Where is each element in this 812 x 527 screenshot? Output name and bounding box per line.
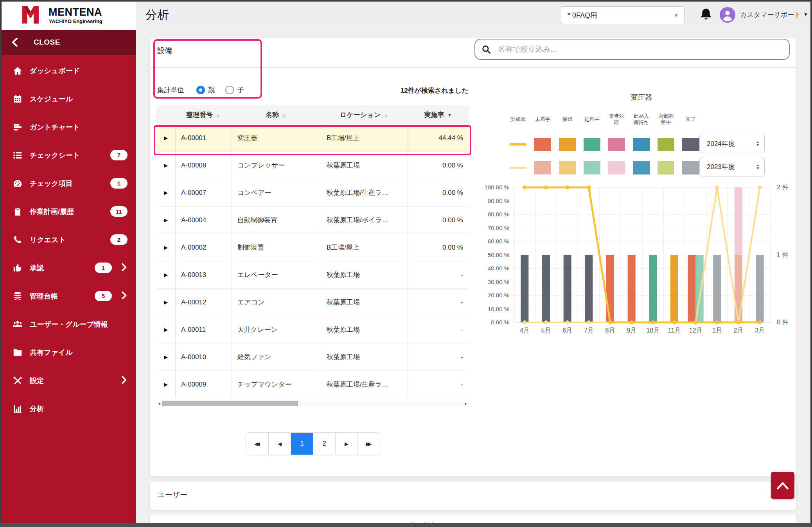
pagination-next-button[interactable]: ▶ (335, 433, 357, 455)
logo-area[interactable]: MENTENA YACHIYO Engineering (0, 0, 136, 30)
pagination-page-1[interactable]: 1 (291, 433, 313, 455)
sort-asc-icon: ▲ (216, 112, 221, 118)
chevron-down-icon[interactable]: ▼ (803, 12, 808, 17)
sidebar-item-2[interactable]: スケジュール (0, 85, 136, 113)
expander-header (156, 105, 175, 124)
svg-text:30.00 %: 30.00 % (488, 279, 509, 285)
cell-crate: 0.00 % (408, 207, 469, 234)
search-input[interactable] (474, 39, 790, 60)
sidebar-item-7[interactable]: リクエスト2 (0, 226, 136, 254)
bar-2024年度-12月-未着手 (688, 255, 696, 323)
expand-row-icon[interactable]: ▶ (164, 217, 168, 223)
table-row-A-00010[interactable]: ▶A-00010給気ファン秋葉原工場- (156, 344, 469, 371)
sidebar-item-4[interactable]: チェックシート7 (0, 141, 136, 169)
table-row-A-00013[interactable]: ▶A-00013エレベーター秋葉原工場- (156, 261, 469, 289)
user-menu[interactable]: カスタマーサポート (740, 10, 801, 19)
home-icon (13, 66, 23, 76)
sidebar-collapse-button[interactable]: CLOSE (0, 30, 136, 55)
implementation-rate-chart: 0.00 %10.00 %20.00 %30.00 %40.00 %50.00 … (485, 182, 804, 350)
column-header-3[interactable]: ロケーション▲ (321, 105, 408, 124)
cell-cid: A-00007 (175, 179, 232, 207)
point-2024年度-4月 (523, 185, 526, 189)
bar-2024年度-10月-処理中 (649, 255, 657, 323)
scroll-left-icon[interactable]: ◂ (156, 401, 162, 406)
table-row-A-00007[interactable]: ▶A-00007コンベアー秋葉原工場/生産ラ…0.00 % (156, 179, 469, 207)
table-row-A-00012[interactable]: ▶A-00012エアコン秋葉原工場- (156, 289, 469, 316)
gauge-icon (13, 178, 23, 189)
cell-cname: チップマウンター (232, 371, 321, 398)
cell-cid: A-00002 (175, 234, 232, 261)
point-2023年度-7月 (587, 320, 591, 324)
expand-row-icon[interactable]: ▶ (164, 354, 168, 360)
table-row-A-00004[interactable]: ▶A-00004自動制御装置秋葉原工場/ボイラ…0.00 % (156, 207, 469, 234)
expand-row-icon[interactable]: ▶ (164, 162, 168, 168)
legend-label-5: 業者対 応 (604, 110, 629, 128)
sidebar-item-label: 作業計画/履歴 (30, 207, 74, 216)
column-header-4[interactable]: 実施率▼ (408, 105, 469, 124)
year-select-2024[interactable]: 2024年度 ▲▼ (699, 134, 765, 153)
sidebar-item-9[interactable]: 管理台帳5 (0, 282, 136, 310)
sidebar-item-label: チェックシート (30, 151, 80, 160)
table-row-A-00008[interactable]: ▶A-00008コンプレッサー秋葉原工場0.00 % (156, 152, 469, 179)
cell-cid: A-00009 (175, 371, 232, 398)
table-row-A-00011[interactable]: ▶A-00011天井クレーン秋葉原工場- (156, 316, 469, 344)
sidebar-item-3[interactable]: ガントチャート (0, 113, 136, 141)
chevron-right-icon (121, 376, 127, 385)
cell-cname: 変圧器 (232, 124, 321, 152)
pagination-first-button[interactable]: ◀◀ (246, 433, 268, 455)
sidebar-item-11[interactable]: 共有ファイル (0, 338, 136, 367)
cell-cname: 給気ファン (232, 344, 321, 371)
workspace-select[interactable]: * 0FAQ用 ▼ (561, 6, 684, 24)
expand-row-icon[interactable]: ▶ (164, 299, 168, 305)
table-row-A-00009[interactable]: ▶A-00009チップマウンター秋葉原工場/生産ラ…- (156, 371, 469, 398)
expand-row-icon[interactable]: ▶ (164, 135, 168, 141)
equipment-panel: 設備 集計単位 親 子 12件が検索されました 整理番号▲名称▲ロケーション▲実… (150, 38, 796, 477)
user-panel: ユーザー (150, 482, 796, 510)
sidebar-item-6[interactable]: 作業計画/履歴11 (0, 198, 136, 226)
expand-row-icon[interactable]: ▶ (164, 327, 168, 333)
column-header-1[interactable]: 整理番号▲ (175, 105, 232, 124)
expand-row-icon[interactable]: ▶ (164, 272, 168, 278)
sidebar-item-13[interactable]: 分析 (0, 395, 136, 423)
expand-row-icon[interactable]: ▶ (164, 381, 168, 387)
cell-cid: A-00010 (175, 344, 232, 371)
notification-badge: 2 (110, 234, 128, 245)
svg-text:1月: 1月 (712, 327, 722, 334)
notification-badge: 7 (110, 150, 128, 160)
cell-crate: - (408, 371, 469, 398)
legend-swatch-2024年度-部品入荷待ち (633, 138, 650, 151)
sidebar-item-8[interactable]: 承認1 (0, 254, 136, 282)
sidebar-item-5[interactable]: チェック項目1 (0, 169, 136, 198)
svg-text:3月: 3月 (755, 327, 765, 334)
user-avatar[interactable] (720, 7, 735, 23)
equipment-panel-title: 設備 (157, 46, 172, 56)
chart-icon (13, 404, 23, 414)
svg-text:10.00 %: 10.00 % (488, 306, 509, 312)
svg-text:40.00 %: 40.00 % (488, 265, 509, 272)
scrollbar-thumb[interactable] (162, 401, 298, 406)
expand-row-icon[interactable]: ▶ (164, 190, 168, 196)
point-2024年度-3月 (758, 320, 762, 324)
year-select-2023[interactable]: 2023年度 ▲▼ (699, 157, 765, 176)
pagination-last-button[interactable]: ▶▶ (357, 433, 380, 455)
table-row-A-00001[interactable]: ▶A-00001変圧器B工場/屋上44.44 % (156, 124, 469, 152)
cell-crate: 0.00 % (408, 234, 469, 261)
expand-row-icon[interactable]: ▶ (164, 245, 168, 250)
column-header-2[interactable]: 名称▲ (232, 105, 321, 124)
svg-text:70.00 %: 70.00 % (488, 225, 509, 231)
back-to-top-button[interactable] (771, 472, 794, 499)
svg-text:4月: 4月 (520, 327, 530, 334)
bar-2023年度-3月-完了 (756, 255, 764, 323)
svg-text:9月: 9月 (627, 327, 636, 334)
pagination-prev-button[interactable]: ◀ (268, 433, 291, 455)
sidebar-item-12[interactable]: 設定 (0, 367, 136, 395)
point-2023年度-6月 (566, 320, 569, 324)
scroll-right-icon[interactable]: ▸ (463, 401, 469, 406)
table-row-A-00002[interactable]: ▶A-00002制御装置B工場/屋上0.00 % (156, 234, 469, 261)
sidebar-item-1[interactable]: ダッシュボード (0, 57, 136, 85)
cell-cloc: B工場/屋上 (321, 234, 408, 261)
notifications-bell-button[interactable] (698, 7, 714, 23)
pagination-page-2[interactable]: 2 (313, 433, 335, 455)
scrollbar-track[interactable] (162, 401, 463, 406)
sidebar-item-10[interactable]: ユーザー・グループ情報 (0, 310, 136, 338)
